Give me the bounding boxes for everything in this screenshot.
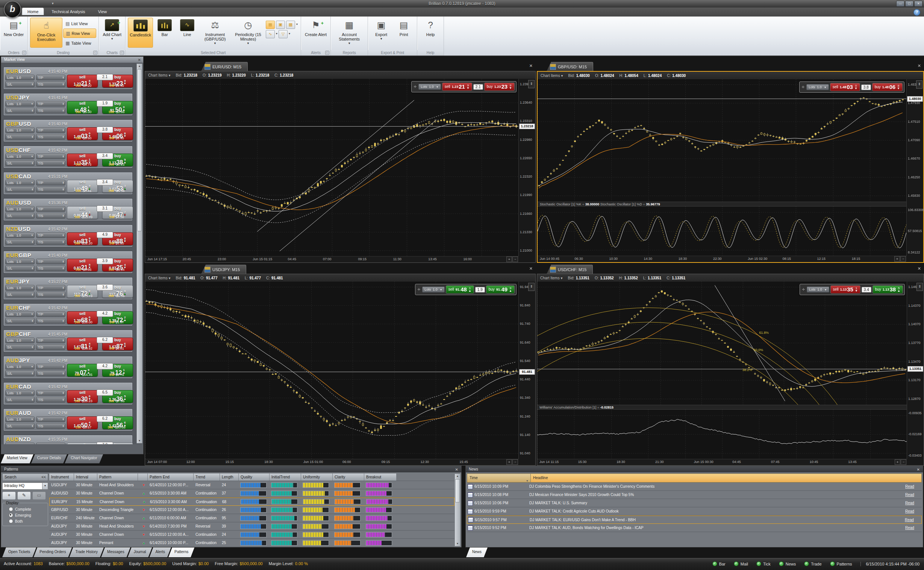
add-chart-button[interactable]: ↗+Add Chart▼ xyxy=(101,18,123,48)
market-scrollbar[interactable]: ▲ ▼ xyxy=(137,63,143,443)
stop-loss-stepper[interactable]: S/L⬍ xyxy=(5,160,35,166)
dialog-launcher-icon[interactable]: ◱ xyxy=(22,51,26,55)
row-view-button[interactable]: ▥Row View xyxy=(63,29,96,38)
buy-button[interactable]: buy1.13385▲ xyxy=(873,285,903,294)
stop-loss-stepper[interactable]: S/L⬍ xyxy=(5,134,35,140)
price-chart-canvas[interactable] xyxy=(145,79,519,256)
chart-close-icon[interactable]: ✕ xyxy=(918,266,921,271)
stop-loss-stepper[interactable]: S/L⬍ xyxy=(5,81,35,87)
lots-select[interactable]: Lots 1.0▼ xyxy=(5,206,35,212)
read-link[interactable]: Read xyxy=(905,501,922,505)
pattern-row[interactable]: EUR/JPY15 MinuteChannel Down▲6/15/2010 3… xyxy=(49,498,455,506)
lots-select[interactable]: Lots 1.0 ▼ xyxy=(806,84,829,90)
column-header-clarity[interactable]: Clarity xyxy=(333,473,364,481)
lots-select[interactable]: Lots 1.0▼ xyxy=(5,101,35,107)
pattern-preset-select[interactable]: Intraday HQ ▼ xyxy=(2,483,48,490)
read-link[interactable]: Read xyxy=(905,493,922,497)
pattern-row[interactable]: USD/JPY30 MinuteHead And Shoulders▼6/14/… xyxy=(49,481,455,489)
take-profit-stepper[interactable]: T/P⬍ xyxy=(36,153,65,159)
stop-loss-stepper[interactable]: S/L⬍ xyxy=(5,265,35,271)
lots-select[interactable]: Lots 1.0▼ xyxy=(5,417,35,422)
edit-pattern-search-button[interactable]: ✎ xyxy=(17,492,31,500)
pattern-row[interactable]: AUD/JPY30 MinuteHead And Shoulders▼6/14/… xyxy=(49,522,455,530)
trailing-stop-stepper[interactable]: T/S⬍ xyxy=(36,397,65,403)
help-icon[interactable]: ? xyxy=(913,9,920,16)
take-profit-stepper[interactable]: T/P⬍ xyxy=(36,101,65,107)
close-button[interactable]: ✕ xyxy=(914,1,922,7)
new-order-button[interactable]: ▤+New Order xyxy=(2,18,25,48)
chart-items-dropdown[interactable]: Chart Items ▾ xyxy=(540,276,563,280)
column-header-initialtrend[interactable]: InitialTrend xyxy=(269,473,301,481)
buy-button[interactable]: buy1.23239▼ xyxy=(484,83,515,91)
take-profit-stepper[interactable]: T/P⬍ xyxy=(36,443,65,444)
column-header-trend[interactable]: Trend xyxy=(194,473,220,481)
export-button[interactable]: ▣Export▼ xyxy=(370,18,392,48)
take-profit-stepper[interactable]: T/P⬍ xyxy=(36,337,65,343)
chart-layout-button-2[interactable]: ▣ xyxy=(276,21,285,29)
zoom-out-button[interactable]: － xyxy=(900,256,906,262)
stop-loss-stepper[interactable]: S/L⬍ xyxy=(5,397,35,403)
bottom-tab-patterns[interactable]: Patterns xyxy=(168,547,194,557)
patterns-close-icon[interactable]: ✕ xyxy=(455,466,458,473)
trailing-stop-stepper[interactable]: T/S⬍ xyxy=(36,318,65,324)
zoom-in-button[interactable]: ＋ xyxy=(894,256,900,262)
news-row[interactable]: 6/15/2010 9:59 PMDJ MARKET TALK: Credit … xyxy=(467,507,922,516)
news-close-icon[interactable]: ✕ xyxy=(917,466,920,473)
read-link[interactable]: Read xyxy=(905,526,922,530)
news-headline-column-header[interactable]: Headline xyxy=(531,473,922,483)
trailing-stop-stepper[interactable]: T/S⬍ xyxy=(36,371,65,376)
drag-grip-icon[interactable]: ✛ xyxy=(801,85,806,89)
candlestick-button[interactable]: Candlestick xyxy=(128,18,153,48)
trailing-stop-stepper[interactable]: T/S⬍ xyxy=(36,213,65,219)
trailing-stop-stepper[interactable]: T/S⬍ xyxy=(36,160,65,166)
take-profit-stepper[interactable]: T/P⬍ xyxy=(36,206,65,212)
drag-grip-icon[interactable]: ✛ xyxy=(801,288,806,291)
take-profit-stepper[interactable]: T/P⬍ xyxy=(36,259,65,264)
bottom-tab-news[interactable]: News xyxy=(466,547,487,557)
trailing-stop-stepper[interactable]: T/S⬍ xyxy=(36,344,65,350)
chart-tab-usd-chf-m15[interactable]: USD/CHF: M15 xyxy=(547,265,593,274)
create-alert-button[interactable]: ⚑+Create Alert xyxy=(303,18,328,48)
zoom-in-button[interactable]: ＋ xyxy=(895,459,900,465)
market-view-close-icon[interactable]: ✕ xyxy=(138,57,141,63)
ribbon-tab-home[interactable]: Home xyxy=(22,8,44,15)
chevron-down-icon[interactable]: ▾ xyxy=(296,21,298,29)
sidebar-tab-chart-navigator[interactable]: Chart Navigator xyxy=(65,454,103,463)
zoom-in-button[interactable]: ＋ xyxy=(506,256,512,262)
periodicity-15-minutes-button[interactable]: ◷Periodicity (15 Minutes)▼ xyxy=(232,18,264,48)
take-profit-stepper[interactable]: T/P⬍ xyxy=(36,364,65,369)
zoom-out-button[interactable]: － xyxy=(512,256,518,262)
stop-loss-stepper[interactable]: S/L⬍ xyxy=(5,371,35,376)
news-row[interactable]: 6/15/2010 9:57 PMDJ MARKET TALK: EUR/USD… xyxy=(467,516,922,524)
lots-select[interactable]: Lots 1.0▼ xyxy=(5,180,35,185)
column-header-pattern-end[interactable]: Pattern End xyxy=(148,473,194,481)
instrument-gbp-usd-button[interactable]: ⚖Instrument (GBP/USD)▼ xyxy=(199,18,231,48)
drag-grip-icon[interactable]: ✛ xyxy=(417,288,421,291)
mini-chart-button[interactable]: ∿ xyxy=(266,30,275,38)
scroll-down-icon[interactable]: ▼ xyxy=(137,438,142,443)
radio-complete[interactable]: Complete xyxy=(9,507,46,512)
search-header[interactable]: Search << xyxy=(2,473,48,481)
pattern-row[interactable]: EUR/CHF240 MinuteChannel Down▲6/11/2010 … xyxy=(49,514,455,522)
sell-button[interactable]: sell1.23706▼ xyxy=(67,443,98,444)
scrollbar-thumb[interactable] xyxy=(137,69,142,231)
column-header-length[interactable]: Length xyxy=(220,473,239,481)
read-link[interactable]: Read xyxy=(905,484,922,489)
lots-select[interactable]: Lots 1.0▼ xyxy=(5,364,35,369)
column-header-uniformity[interactable]: Uniformity xyxy=(301,473,333,481)
column-header-instrument[interactable]: Instrument xyxy=(49,473,74,481)
take-profit-stepper[interactable]: T/P⬍ xyxy=(36,127,65,133)
pattern-row[interactable]: AUD/JPY30 MinutePennant▲6/14/2010 10:00:… xyxy=(49,539,455,547)
take-profit-stepper[interactable]: T/P⬍ xyxy=(36,311,65,317)
pattern-row[interactable]: AUD/JPY30 MinuteChannel Down▼6/15/2010 1… xyxy=(49,530,455,539)
news-row[interactable]: 6/15/2010 10:08 PMDJ Mexican Finance Min… xyxy=(467,491,922,499)
collapse-icon[interactable]: << xyxy=(42,474,46,481)
price-scale-icon[interactable]: ⇕ xyxy=(916,80,922,89)
news-row[interactable]: 6/15/2010 10:09 PMDJ Colombia Peso Stren… xyxy=(467,483,922,491)
price-scale-icon[interactable]: ⇕ xyxy=(916,283,923,291)
price-scale-icon[interactable]: ⇕ xyxy=(528,80,535,88)
dialog-launcher-icon[interactable]: ◱ xyxy=(120,51,124,55)
column-header-quality[interactable]: Quality xyxy=(239,473,269,481)
list-view-button[interactable]: ▤List View xyxy=(63,19,96,28)
price-chart-canvas[interactable] xyxy=(145,282,519,459)
